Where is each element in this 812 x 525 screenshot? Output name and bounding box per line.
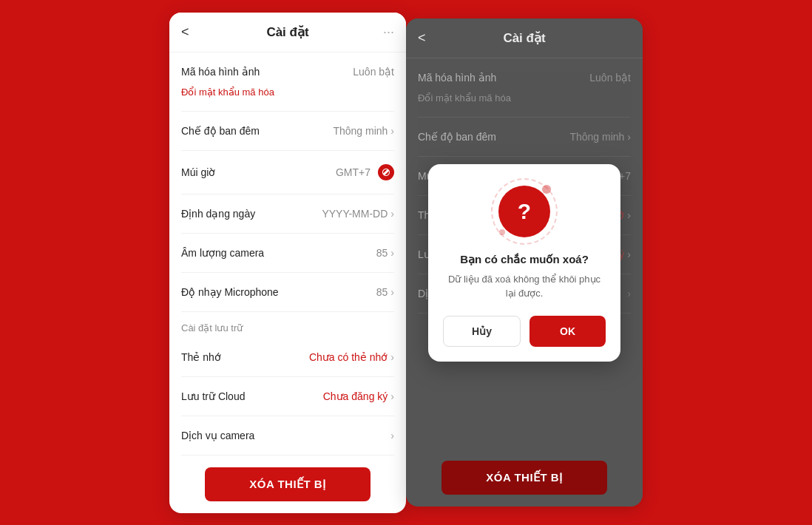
left-microphone-label: Độ nhạy Microphone bbox=[181, 286, 279, 298]
left-date-format-chevron: › bbox=[390, 208, 394, 220]
left-date-format-value: YYYY-MM-DD › bbox=[322, 208, 394, 220]
modal-ok-button[interactable]: OK bbox=[530, 316, 606, 347]
left-change-password-link[interactable]: Đổi mật khẩu mã hóa bbox=[181, 87, 274, 98]
left-date-format-row[interactable]: Định dạng ngày YYYY-MM-DD › bbox=[181, 205, 394, 223]
confirm-modal: ? Bạn có chắc muốn xoá? Dữ liệu đã xoá k… bbox=[428, 164, 620, 362]
left-timezone-section: Múi giờ GMT+7 bbox=[181, 151, 394, 194]
left-cloud-storage-label: Lưu trữ Cloud bbox=[181, 390, 245, 402]
left-night-mode-label: Chế độ ban đêm bbox=[181, 125, 260, 137]
modal-description: Dữ liệu đã xoá không thể khôi phục lại đ… bbox=[443, 272, 606, 301]
left-screen-menu-dots[interactable]: ··· bbox=[383, 24, 394, 40]
left-camera-service-section: Dịch vụ camera › bbox=[181, 416, 394, 455]
left-camera-volume-section: Âm lượng camera 85 › bbox=[181, 234, 394, 273]
left-cloud-storage-chevron: › bbox=[390, 390, 394, 402]
left-timezone-value: GMT+7 bbox=[336, 164, 394, 180]
left-memory-card-value: Chưa có thẻ nhớ › bbox=[309, 351, 394, 363]
left-microphone-section: Độ nhạy Microphone 85 › bbox=[181, 273, 394, 312]
modal-question-icon: ? bbox=[498, 186, 550, 237]
modal-cancel-button[interactable]: Hủy bbox=[443, 316, 521, 347]
modal-title: Bạn có chắc muốn xoá? bbox=[460, 253, 589, 266]
left-timezone-icon bbox=[378, 164, 394, 180]
modal-buttons: Hủy OK bbox=[443, 316, 606, 347]
question-mark: ? bbox=[518, 199, 531, 224]
left-storage-section: Cài đặt lưu trữ Thẻ nhớ Chưa có thẻ nhớ … bbox=[181, 312, 394, 455]
left-timezone-label: Múi giờ bbox=[181, 166, 215, 178]
left-microphone-chevron: › bbox=[390, 286, 394, 298]
left-storage-title: Cài đặt lưu trữ bbox=[181, 312, 394, 338]
left-camera-volume-value: 85 › bbox=[376, 247, 394, 259]
left-screen-header: < Cài đặt ··· bbox=[169, 13, 406, 52]
left-cloud-storage-row[interactable]: Lưu trữ Cloud Chưa đăng ký › bbox=[181, 387, 394, 405]
left-cloud-storage-section: Lưu trữ Cloud Chưa đăng ký › bbox=[181, 377, 394, 416]
left-memory-card-row[interactable]: Thẻ nhớ Chưa có thẻ nhớ › bbox=[181, 348, 394, 366]
left-back-button[interactable]: < bbox=[181, 24, 189, 40]
left-camera-volume-row[interactable]: Âm lượng camera 85 › bbox=[181, 244, 394, 262]
left-night-mode-value: Thông minh › bbox=[333, 125, 394, 137]
left-camera-volume-chevron: › bbox=[390, 247, 394, 259]
left-microphone-row[interactable]: Độ nhạy Microphone 85 › bbox=[181, 283, 394, 301]
left-change-password-row[interactable]: Đổi mật khẩu mã hóa bbox=[181, 81, 394, 101]
left-settings-list: Mã hóa hình ảnh Luôn bật Đổi mật khẩu mã… bbox=[169, 52, 406, 455]
left-screen: < Cài đặt ··· Mã hóa hình ảnh Luôn bật Đ… bbox=[169, 13, 406, 513]
left-night-mode-row[interactable]: Chế độ ban đêm Thông minh › bbox=[181, 122, 394, 140]
left-delete-btn-wrap: XÓA THIẾT BỊ bbox=[169, 455, 406, 513]
left-cloud-storage-value: Chưa đăng ký › bbox=[323, 390, 394, 402]
left-night-mode-chevron: › bbox=[390, 125, 394, 137]
left-delete-button[interactable]: XÓA THIẾT BỊ bbox=[205, 467, 370, 501]
left-night-mode-section: Chế độ ban đêm Thông minh › bbox=[181, 112, 394, 151]
left-camera-service-label: Dịch vụ camera bbox=[181, 430, 254, 441]
left-timezone-row[interactable]: Múi giờ GMT+7 bbox=[181, 161, 394, 183]
left-image-encryption-value: Luôn bật bbox=[353, 66, 394, 78]
left-memory-card-section: Thẻ nhớ Chưa có thẻ nhớ › bbox=[181, 338, 394, 377]
left-camera-service-row[interactable]: Dịch vụ camera › bbox=[181, 427, 394, 444]
left-image-encryption-row: Mã hóa hình ảnh Luôn bật bbox=[181, 63, 394, 81]
left-date-format-section: Định dạng ngày YYYY-MM-DD › bbox=[181, 194, 394, 234]
left-image-encryption-section: Mã hóa hình ảnh Luôn bật Đổi mật khẩu mã… bbox=[181, 52, 394, 112]
left-image-encryption-label: Mã hóa hình ảnh bbox=[181, 66, 260, 78]
modal-icon-wrap: ? bbox=[495, 182, 554, 241]
left-microphone-value: 85 › bbox=[376, 286, 394, 298]
left-memory-card-chevron: › bbox=[390, 351, 394, 363]
left-memory-card-label: Thẻ nhớ bbox=[181, 351, 221, 363]
left-date-format-label: Định dạng ngày bbox=[181, 208, 255, 220]
modal-overlay: ? Bạn có chắc muốn xoá? Dữ liệu đã xoá k… bbox=[406, 18, 643, 507]
left-camera-service-chevron: › bbox=[390, 430, 394, 441]
left-camera-volume-label: Âm lượng camera bbox=[181, 247, 264, 259]
left-screen-title: Cài đặt bbox=[266, 24, 308, 40]
right-screen: < Cài đặt Mã hóa hình ảnh Luôn bật Đổi m… bbox=[406, 18, 643, 507]
